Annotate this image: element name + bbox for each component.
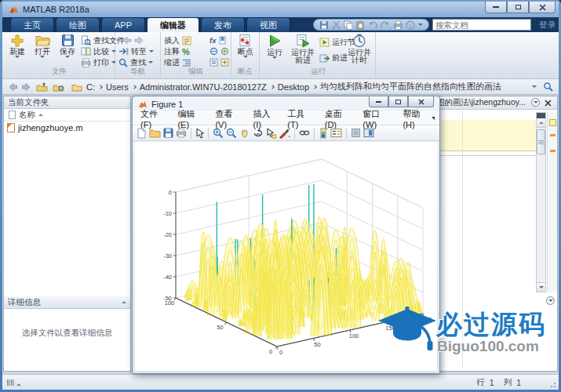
fx-icon[interactable]: fx bbox=[209, 36, 216, 45]
details-collapse-icon[interactable] bbox=[122, 301, 126, 303]
open-button[interactable]: 打开 bbox=[31, 34, 54, 67]
advance-button[interactable]: 前进 bbox=[319, 53, 348, 63]
tab-apps[interactable]: APP bbox=[101, 17, 145, 32]
breadcrumb-item-users[interactable]: Users bbox=[106, 82, 129, 92]
menu-edit[interactable]: 编辑(E) bbox=[173, 108, 210, 129]
col-value: 1 bbox=[516, 378, 521, 387]
statusbar-grip[interactable] bbox=[7, 379, 21, 386]
file-row[interactable]: jizhengzhuoye.m bbox=[4, 122, 130, 133]
warning-marker-icon[interactable] bbox=[550, 134, 556, 136]
save-icon[interactable] bbox=[319, 20, 329, 30]
comment-button[interactable]: 注释 % bbox=[164, 46, 190, 56]
run-time-button[interactable]: 运行并计时 bbox=[344, 34, 374, 67]
rotate-3d-icon[interactable] bbox=[253, 128, 264, 139]
details-header[interactable]: 详细信息 bbox=[4, 296, 130, 309]
help-icon[interactable]: ? bbox=[406, 20, 415, 30]
tab-publish[interactable]: 发布 bbox=[201, 17, 245, 32]
login-link[interactable]: 登录 bbox=[539, 20, 556, 31]
breadcrumb-item-admin[interactable]: Administrator.WIN7U-20180127Z bbox=[140, 82, 267, 92]
menu-help[interactable]: 帮助(H) bbox=[398, 108, 436, 129]
save-figure-icon[interactable] bbox=[163, 128, 173, 138]
current-folder-header[interactable]: 当前文件夹 bbox=[4, 96, 130, 109]
editor-actions-button[interactable] bbox=[531, 98, 540, 107]
window-title: MATLAB R2018a bbox=[23, 5, 89, 14]
run-advance-button[interactable]: 运行并前进 bbox=[288, 34, 318, 67]
copy-icon[interactable] bbox=[344, 20, 353, 30]
breakpoints-button[interactable]: 断点 bbox=[234, 34, 257, 67]
message-indicator-icon[interactable] bbox=[549, 119, 556, 126]
smart-indent-icon[interactable] bbox=[209, 58, 218, 67]
address-dropdown-icon[interactable] bbox=[532, 85, 537, 88]
pan-icon[interactable] bbox=[239, 128, 250, 139]
titlebar[interactable]: MATLAB R2018a bbox=[2, 2, 559, 17]
editor-close-icon[interactable] bbox=[545, 100, 552, 107]
figure-close-icon bbox=[418, 99, 424, 105]
new-figure-icon[interactable] bbox=[137, 128, 147, 139]
browse-folder-icon[interactable] bbox=[53, 82, 64, 92]
new-script-button[interactable]: 新建 bbox=[5, 34, 29, 67]
show-plot-tools-dock-icon[interactable] bbox=[363, 128, 374, 138]
resize-grip[interactable] bbox=[548, 379, 556, 387]
figure-maximize-button[interactable] bbox=[388, 96, 408, 107]
breadcrumb-item-drive[interactable]: C: bbox=[86, 82, 95, 92]
menu-desktop[interactable]: 桌面(D) bbox=[320, 108, 359, 129]
menu-file[interactable]: 文件(F) bbox=[136, 108, 173, 129]
menu-insert[interactable]: 插入(I) bbox=[248, 108, 282, 129]
qat-dropdown-icon[interactable] bbox=[418, 24, 423, 26]
zoom-out-icon[interactable] bbox=[226, 128, 237, 139]
figure-close-button[interactable] bbox=[408, 96, 434, 107]
open-file-icon[interactable] bbox=[149, 128, 161, 138]
editor-scrollbar[interactable] bbox=[536, 112, 546, 292]
paste-icon[interactable] bbox=[355, 20, 365, 30]
insert-colorbar-icon[interactable] bbox=[319, 128, 328, 139]
menu-window[interactable]: 窗口(W) bbox=[358, 108, 398, 129]
doc-search-input[interactable] bbox=[433, 20, 544, 30]
link-plot-icon[interactable] bbox=[299, 128, 310, 138]
close-button[interactable] bbox=[529, 2, 556, 13]
warning-marker-icon[interactable] bbox=[550, 150, 556, 152]
wrap-comment-icon[interactable] bbox=[209, 47, 218, 56]
scrollbar-thumb[interactable] bbox=[537, 129, 545, 154]
doc-search-box[interactable] bbox=[432, 19, 531, 31]
compare-button[interactable]: 比较 bbox=[81, 46, 116, 56]
scroll-down-button[interactable] bbox=[537, 282, 545, 292]
maximize-button[interactable] bbox=[507, 2, 529, 13]
figure-minimize-button[interactable] bbox=[369, 96, 388, 107]
uncomment-icon[interactable] bbox=[220, 47, 229, 56]
tab-home[interactable]: 主页 bbox=[10, 17, 54, 32]
data-cursor-icon[interactable] bbox=[266, 128, 276, 139]
print-figure-icon[interactable] bbox=[176, 128, 187, 138]
brush-icon[interactable] bbox=[279, 128, 290, 139]
tab-editor[interactable]: 编辑器 bbox=[147, 17, 199, 32]
back-icon[interactable] bbox=[122, 36, 132, 45]
breadcrumb-item-folder[interactable]: 均匀线列阵和均匀平面阵的自然指向性图的画法 bbox=[320, 81, 501, 93]
name-column-header[interactable]: 名称 bbox=[4, 109, 130, 122]
run-button[interactable]: 运行 bbox=[263, 34, 286, 67]
breadcrumb-item-desktop[interactable]: Desktop bbox=[278, 82, 309, 92]
up-one-level-icon[interactable] bbox=[36, 82, 48, 92]
minimize-button[interactable] bbox=[485, 2, 507, 13]
edit-plot-icon[interactable] bbox=[195, 128, 204, 139]
crumb-back-icon[interactable] bbox=[7, 82, 18, 92]
redo-icon[interactable] bbox=[381, 20, 390, 30]
tab-view[interactable]: 视图 bbox=[246, 17, 290, 32]
forward-icon[interactable] bbox=[134, 36, 144, 45]
hide-plot-tools-icon[interactable] bbox=[351, 128, 361, 138]
save-button[interactable]: 保存 bbox=[56, 34, 79, 67]
zoom-in-icon[interactable] bbox=[213, 128, 224, 139]
goto-button[interactable]: 转至 bbox=[118, 46, 154, 56]
menu-view[interactable]: 查看(V) bbox=[210, 108, 248, 129]
insert-legend-icon[interactable] bbox=[330, 128, 342, 138]
undo-icon[interactable] bbox=[368, 20, 377, 30]
menu-overflow-icon[interactable] bbox=[432, 117, 435, 120]
tab-plots[interactable]: 绘图 bbox=[56, 17, 100, 32]
refactor-icon[interactable] bbox=[220, 58, 229, 67]
scroll-up-button[interactable] bbox=[537, 118, 545, 128]
folder-search-icon[interactable] bbox=[543, 82, 553, 92]
menu-tools[interactable]: 工具(T) bbox=[282, 108, 319, 129]
bookmark-icon[interactable] bbox=[218, 36, 227, 45]
insert-button[interactable]: 插入 bbox=[164, 35, 191, 45]
cut-icon[interactable] bbox=[332, 20, 341, 30]
crumb-forward-icon[interactable] bbox=[21, 82, 32, 92]
print-icon[interactable] bbox=[393, 20, 403, 30]
